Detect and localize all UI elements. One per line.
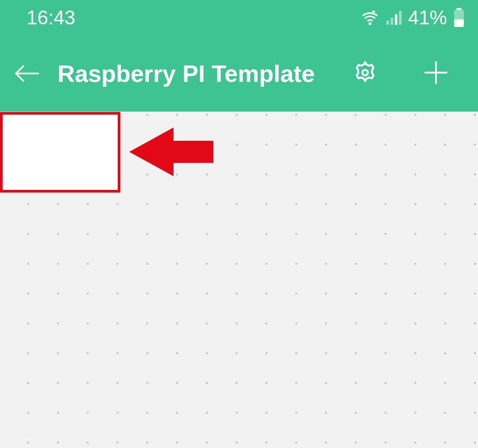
- status-icons: 41%: [361, 7, 465, 29]
- annotation-arrow-icon: [125, 123, 222, 182]
- add-button[interactable]: [420, 58, 451, 89]
- svg-rect-4: [399, 11, 402, 25]
- svg-rect-3: [395, 14, 397, 25]
- battery-icon: [453, 8, 465, 27]
- editor-canvas[interactable]: [0, 112, 478, 448]
- gear-icon: [352, 59, 378, 88]
- page-title: Raspberry PI Template: [58, 60, 323, 87]
- svg-rect-2: [391, 18, 393, 25]
- status-bar: 16:43 41%: [0, 0, 478, 35]
- wifi-icon: [361, 9, 379, 27]
- svg-marker-12: [129, 127, 213, 176]
- svg-rect-5: [457, 8, 462, 10]
- plus-icon: [423, 60, 449, 87]
- settings-button[interactable]: [350, 58, 381, 89]
- widget-placeholder[interactable]: [0, 112, 120, 193]
- back-button[interactable]: [13, 60, 40, 87]
- app-bar: Raspberry PI Template: [0, 35, 478, 112]
- svg-point-9: [362, 70, 368, 76]
- status-time: 16:43: [27, 7, 75, 29]
- svg-rect-7: [454, 19, 464, 27]
- battery-percent: 41%: [408, 7, 447, 29]
- svg-point-0: [369, 23, 370, 24]
- cellular-signal-icon: [385, 9, 402, 26]
- svg-rect-1: [386, 20, 389, 24]
